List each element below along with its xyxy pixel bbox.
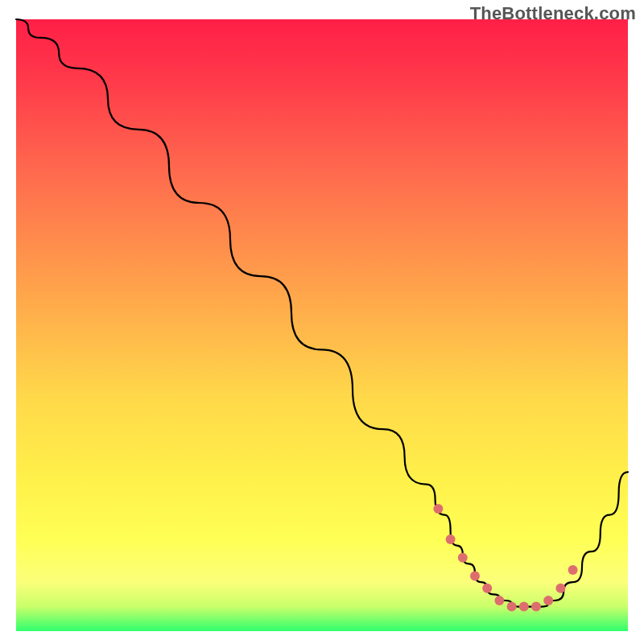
trough-dot bbox=[446, 535, 456, 544]
trough-dot bbox=[568, 565, 578, 575]
trough-dot bbox=[458, 553, 468, 563]
trough-dot bbox=[507, 602, 517, 612]
plot-area bbox=[16, 19, 628, 631]
trough-dot bbox=[482, 584, 492, 593]
trough-dot bbox=[494, 596, 504, 605]
watermark-text: TheBottleneck.com bbox=[470, 3, 636, 24]
trough-dot bbox=[433, 504, 443, 514]
trough-dot bbox=[543, 596, 553, 605]
trough-dot bbox=[519, 602, 529, 612]
trough-dot bbox=[555, 584, 565, 593]
curve-svg bbox=[16, 19, 628, 631]
trough-dot bbox=[531, 602, 541, 612]
trough-dots-group bbox=[433, 504, 577, 612]
bottleneck-curve bbox=[16, 19, 628, 607]
trough-dot bbox=[470, 572, 480, 581]
chart-wrapper: TheBottleneck.com bbox=[0, 0, 644, 644]
